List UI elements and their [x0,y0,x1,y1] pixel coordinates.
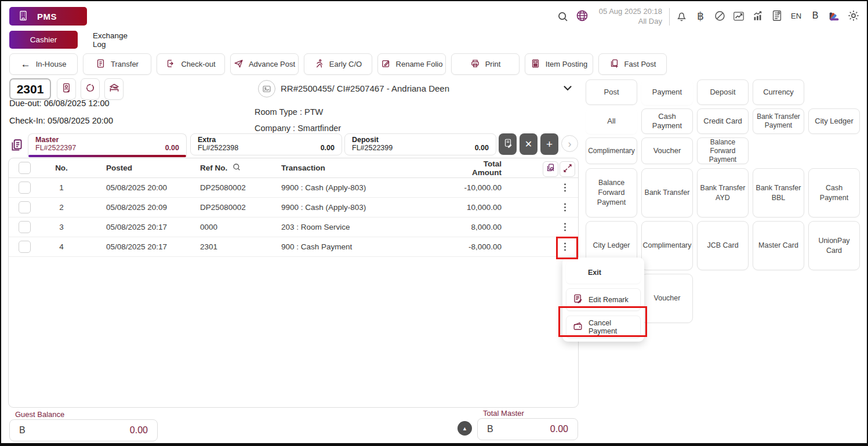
settings-gear-icon[interactable] [847,9,860,23]
row-menu-kebab-icon[interactable] [558,181,571,195]
arrow-up-icon: ▲ [462,426,467,432]
registration-card-button[interactable] [57,78,76,100]
context-menu-edit-remark[interactable]: Edit Remark [566,288,641,311]
early-co-button[interactable]: Early C/O [304,53,372,75]
print-button[interactable]: Print [451,53,520,75]
rename-folio-button[interactable]: Rename Folio [377,53,446,75]
room-type-label: Room Type : PTW [255,107,323,117]
row-menu-kebab-icon[interactable] [558,240,571,254]
datetime-display[interactable]: 05 Aug 2025 20:18 All Day [591,6,662,26]
collapse-footer-button[interactable]: ▲ [457,421,472,436]
method-card-complimentary[interactable]: Complimentary [641,221,693,270]
check-out-button[interactable]: Check-out [157,53,225,75]
context-menu-cancel-payment[interactable]: Cancel Payment [566,316,641,338]
item-posting-button[interactable]: Item Posting [525,53,593,75]
chevron-down-icon[interactable] [561,82,574,97]
expand-table-button[interactable] [560,161,575,177]
building-icon [17,10,29,23]
row-checkbox[interactable] [19,182,31,194]
filter-tab-bank-transfer-payment[interactable]: Bank Transfer Payment [753,108,804,134]
next-folio-chevron[interactable]: › [561,135,578,152]
filter-tab-cash-payment[interactable]: Cash Payment [641,108,693,134]
tax-invoice-button[interactable] [499,133,517,155]
filter-tab-all[interactable]: All [586,108,637,134]
filter-tab-city-ledger[interactable]: City Ledger [808,108,860,134]
add-folio-button[interactable]: + [540,133,558,155]
method-card-bank-transfer[interactable]: Bank Transfer [641,168,693,217]
table-row[interactable]: 3 05/08/2025 20:17 0000 203 : Room Servi… [9,217,578,237]
transactions-table: No. Posted Ref No. Transaction Total Amo… [8,158,579,408]
pms-logo[interactable]: PMS [9,7,87,26]
mode-tab-deposit[interactable]: Deposit [697,79,749,105]
advance-post-button[interactable]: Advance Post [230,53,299,75]
filter-tab-balance-forward-payment[interactable]: Balance Forward Payment [697,137,749,164]
folio-tab-master[interactable]: Master FL#2522397 0.00 [28,133,187,155]
language-selector[interactable]: EN [790,9,802,23]
copy-search-icon [546,163,555,175]
mode-tab-payment[interactable]: Payment [641,79,693,105]
in-house-button[interactable]: ← In-House [9,53,78,75]
filter-tab-complimentary[interactable]: Complimentary [586,137,637,164]
table-row[interactable]: 2 05/08/2025 20:09 DP25080002 9900 : Cas… [9,198,578,217]
method-card-voucher[interactable]: Voucher [641,274,693,323]
row-checkbox[interactable] [19,201,31,213]
folio-amount: 0.00 [321,144,335,152]
mode-tab-post[interactable]: Post [586,79,637,105]
theme-palette-icon[interactable] [828,9,841,23]
row-checkbox[interactable] [19,241,31,253]
context-menu-exit[interactable]: Exit [566,261,641,284]
total-master-value: 0.00 [550,424,568,434]
tab-exchange-log[interactable]: Exchange Log [93,31,141,49]
method-card-jcb-card[interactable]: JCB Card [697,221,749,270]
tab-cashier[interactable]: Cashier [9,31,78,49]
method-card-unionpay-card[interactable]: UnionPay Card [808,221,860,270]
table-row[interactable]: 1 05/08/2025 20:00 DP25080002 9900 : Cas… [9,178,578,198]
folio-tab-deposit[interactable]: Deposit FL#2522399 0.00 [344,133,496,155]
transfer-button[interactable]: Transfer [83,53,151,75]
room-number[interactable]: 2301 [9,78,51,100]
copy-search-button[interactable] [543,161,558,177]
row-menu-kebab-icon[interactable] [558,201,571,215]
filter-tab-voucher[interactable]: Voucher [641,137,693,164]
filter-tab-credit-card[interactable]: Credit Card [697,108,749,134]
folio-tab-extra[interactable]: Extra FL#2522398 0.00 [190,133,342,155]
guest-avatar[interactable] [258,80,275,97]
date-text: 05 Aug 2025 20:18 [591,6,662,16]
currency-baht-icon[interactable]: ฿ [694,9,707,23]
table-header-row: No. Posted Ref No. Transaction Total Amo… [9,158,578,178]
table-row[interactable]: 4 05/08/2025 20:17 2301 900 : Cash Payme… [9,237,578,257]
guest-balance-box: B 0.00 [9,419,158,441]
method-card-bank-transfer-bbl[interactable]: Bank Transfer BBL [753,168,804,217]
globe-icon[interactable] [575,9,589,25]
ref-search-icon[interactable] [232,162,241,173]
edit-remark-icon [572,293,583,306]
notifications-bell-icon[interactable] [675,9,688,23]
fast-post-button[interactable]: Fast Post [598,53,667,75]
block-icon[interactable] [713,9,726,23]
company-label: Company : Smartfinder [255,124,341,133]
room-bed-button[interactable] [104,78,124,100]
method-card-balance-forward-payment[interactable]: Balance Forward Payment [586,168,637,217]
payment-mode-tabs: Post Payment Deposit Currency [586,79,860,105]
bar-chart-icon[interactable] [751,9,764,23]
method-card-bank-transfer-ayd[interactable]: Bank Transfer AYD [697,168,749,217]
method-card-master-card[interactable]: Master Card [753,221,804,270]
method-card-cash-payment[interactable]: Cash Payment [808,168,860,217]
close-folio-button[interactable]: ✕ [520,133,537,155]
col-ref: Ref No. [200,164,227,172]
fast-post-icon [609,59,619,70]
mode-tab-currency[interactable]: Currency [753,79,804,105]
early-checkout-icon [314,59,324,70]
line-chart-icon[interactable] [732,9,745,23]
tax-invoice-icon [503,138,513,151]
row-checkbox[interactable] [19,221,31,233]
status-cycle-button[interactable] [81,78,100,100]
currency-selector[interactable]: B [809,9,822,23]
select-all-checkbox[interactable] [19,162,31,174]
search-icon[interactable] [557,10,569,25]
active-tab-underline [28,155,186,157]
report-document-icon[interactable] [771,9,783,23]
folio-pages-icon[interactable] [9,135,25,156]
toolbar: ← In-House Transfer Check-out [9,53,667,75]
row-menu-kebab-icon[interactable] [558,220,571,234]
